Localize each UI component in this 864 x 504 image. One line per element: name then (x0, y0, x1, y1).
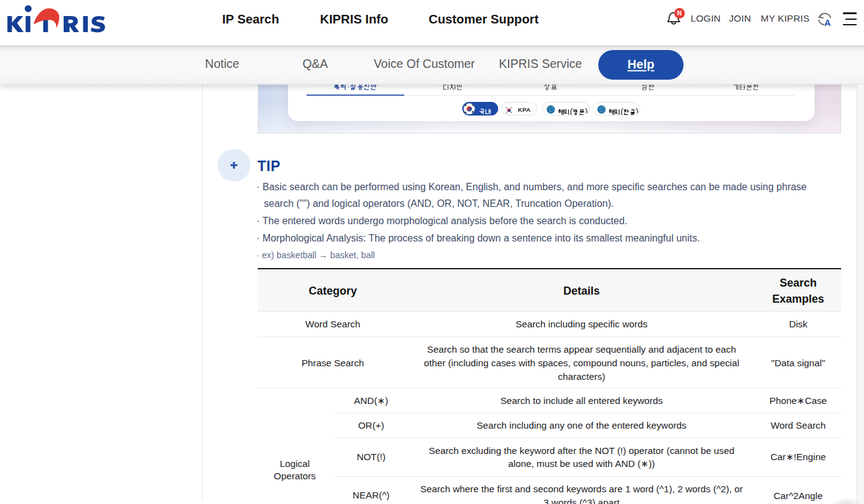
svg-text:A: A (824, 18, 831, 27)
